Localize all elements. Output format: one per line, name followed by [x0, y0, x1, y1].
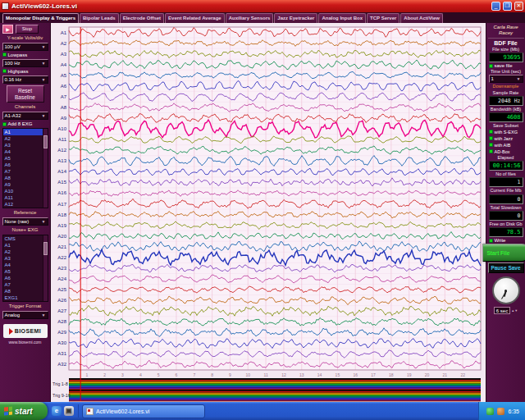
- window-length-value: 6 sec: [494, 307, 510, 314]
- system-tray: 6:35: [478, 402, 525, 420]
- taskbar-task-activiview[interactable]: ActiView602-Lores.vi: [82, 404, 205, 418]
- highpass-checkbox[interactable]: Highpass: [2, 69, 48, 74]
- add-exg-checkbox[interactable]: Add 8 EXG: [2, 121, 48, 126]
- list-item-exg1[interactable]: EXG1: [3, 294, 43, 301]
- yscale-select[interactable]: 100 µV▼: [2, 43, 48, 51]
- tab-about-actiview[interactable]: About ActiView: [400, 13, 443, 23]
- scrollbar-thumb[interactable]: [43, 242, 48, 255]
- tab-event-related-average[interactable]: Event Related Average: [165, 13, 225, 23]
- files-count-value: 1: [489, 177, 523, 187]
- channel-label-A12: A12: [57, 148, 66, 153]
- svg-text:14: 14: [317, 372, 322, 377]
- trigger-format-select[interactable]: Analog▼: [2, 311, 48, 319]
- biosemi-logo: BIOSEMI: [3, 324, 48, 338]
- svg-text:4: 4: [139, 372, 142, 377]
- run-button[interactable]: ▶: [2, 25, 13, 34]
- list-item-a8[interactable]: A8: [3, 175, 43, 181]
- list-item-a1[interactable]: A1: [3, 129, 43, 135]
- quick-launch: e ▣: [48, 404, 79, 418]
- time-unit-select[interactable]: 1▼: [489, 75, 523, 83]
- analog-clock: [492, 276, 520, 304]
- write-checkbox[interactable]: Write: [489, 238, 523, 243]
- window-length-spinner[interactable]: 6 sec ▲▼: [494, 307, 518, 314]
- start-button-label: start: [15, 407, 33, 416]
- list-item-a12[interactable]: A12: [3, 201, 43, 208]
- list-item-a2[interactable]: A2: [3, 249, 43, 255]
- list-item-a2[interactable]: A2: [3, 135, 43, 142]
- tab-jazz-eyetracker[interactable]: Jazz Eyetracker: [274, 13, 317, 23]
- subset-check-ad-box[interactable]: AD-Box: [489, 149, 523, 154]
- svg-text:3: 3: [121, 372, 124, 377]
- list-item-cms[interactable]: CMS: [3, 235, 43, 242]
- lowpass-checkbox[interactable]: Lowpass: [2, 52, 48, 57]
- list-item-a10[interactable]: A10: [3, 188, 43, 194]
- highpass-select[interactable]: 0.16 Hz▼: [2, 75, 48, 84]
- show-desktop-icon[interactable]: ▣: [64, 406, 74, 416]
- list-item-a4[interactable]: A4: [3, 262, 43, 268]
- list-item-a4[interactable]: A4: [3, 148, 43, 155]
- tab-electrode-offset[interactable]: Electrode Offset: [120, 13, 164, 23]
- list-item-a3[interactable]: A3: [3, 142, 43, 148]
- scrollbar-thumb[interactable]: [43, 135, 48, 148]
- trigger-line-11: [69, 394, 481, 395]
- tab-analog-input-box[interactable]: Analog Input Box: [318, 13, 366, 23]
- subset-check-with-jazz[interactable]: with Jazz: [489, 136, 523, 141]
- biosemi-logo-mark-icon: [9, 328, 13, 335]
- channels-select[interactable]: A1-A32▼: [2, 112, 48, 120]
- chevron-down-icon: ▼: [42, 113, 46, 118]
- lowpass-label: Lowpass: [8, 52, 28, 57]
- tab-bipolar-leads[interactable]: Bipolar Leads: [80, 13, 119, 23]
- list-item-a1[interactable]: A1: [3, 242, 43, 249]
- svg-text:15: 15: [336, 372, 340, 377]
- channel-list-scrollbar[interactable]: [43, 129, 48, 208]
- bandwidth-label: Bandwidth (kB): [491, 107, 521, 112]
- task-app-icon: [86, 408, 94, 415]
- tab-bar: Monopolar Display & TriggersBipolar Lead…: [0, 12, 525, 23]
- internet-explorer-icon[interactable]: e: [52, 406, 62, 416]
- list-item-a5[interactable]: A5: [3, 155, 43, 162]
- title-bar[interactable]: ActiView602-Lores.vi _ ❐ ✕: [0, 0, 525, 12]
- list-item-a6[interactable]: A6: [3, 275, 43, 281]
- save-file-checkbox[interactable]: save file: [489, 63, 523, 68]
- start-button[interactable]: start: [0, 402, 48, 420]
- subset-check-with-aib[interactable]: with AIB: [489, 143, 523, 148]
- minimize-button[interactable]: _: [491, 2, 500, 11]
- tab-tcp-server[interactable]: TCP Server: [367, 13, 399, 23]
- channel-label-A10: A10: [57, 126, 66, 131]
- list-item-a7[interactable]: A7: [3, 168, 43, 175]
- list-item-a7[interactable]: A7: [3, 281, 43, 288]
- trigger-line-1: [69, 380, 481, 381]
- lowpass-select[interactable]: 100 Hz▼: [2, 59, 48, 67]
- bdf-file-title: BDF File: [494, 40, 517, 46]
- tab-monopolar-display-triggers[interactable]: Monopolar Display & Triggers: [2, 13, 79, 23]
- list-item-a3[interactable]: A3: [3, 255, 43, 262]
- list-item-a6[interactable]: A6: [3, 162, 43, 168]
- channel-label-A23: A23: [57, 266, 66, 271]
- activiview-window: ActiView602-Lores.vi _ ❐ ✕ Monopolar Dis…: [0, 0, 525, 420]
- reference-listbox[interactable]: CMSA1A2A3A4A5A6A7A8EXG1: [2, 235, 48, 302]
- svg-text:18: 18: [389, 372, 394, 377]
- tray-volume-icon[interactable]: [497, 408, 504, 415]
- close-button[interactable]: ✕: [514, 2, 523, 11]
- subset-check-with-s-exg[interactable]: with S-EXG: [489, 130, 523, 135]
- files-count-label: No of files: [495, 171, 515, 176]
- maximize-button[interactable]: ❐: [503, 2, 512, 11]
- tab-auxiliary-sensors[interactable]: Auxiliary Sensors: [226, 13, 274, 23]
- reference-list-scrollbar[interactable]: [43, 235, 48, 301]
- chevron-down-icon: ▼: [42, 44, 46, 49]
- start-file-button[interactable]: Start File: [482, 244, 525, 262]
- tray-status-icon[interactable]: [486, 408, 494, 415]
- list-item-a11[interactable]: A11: [3, 194, 43, 201]
- channel-listbox[interactable]: A1A2A3A4A5A6A7A8A9A10A11A12: [2, 128, 48, 208]
- reset-baseline-button[interactable]: Reset Baseline: [7, 85, 44, 103]
- stop-button[interactable]: Stop: [16, 25, 39, 34]
- reference-select[interactable]: None (raw)▼: [2, 217, 48, 226]
- chevron-down-icon: ▼: [42, 313, 46, 317]
- list-item-a5[interactable]: A5: [3, 268, 43, 275]
- list-item-a9[interactable]: A9: [3, 181, 43, 188]
- channels-label: Channels: [15, 104, 35, 110]
- channel-label-A32: A32: [57, 362, 66, 367]
- list-item-a8[interactable]: A8: [3, 288, 43, 294]
- pause-save-button[interactable]: Pause Save: [488, 262, 524, 273]
- spinner-arrows-icon[interactable]: ▲▼: [511, 309, 518, 313]
